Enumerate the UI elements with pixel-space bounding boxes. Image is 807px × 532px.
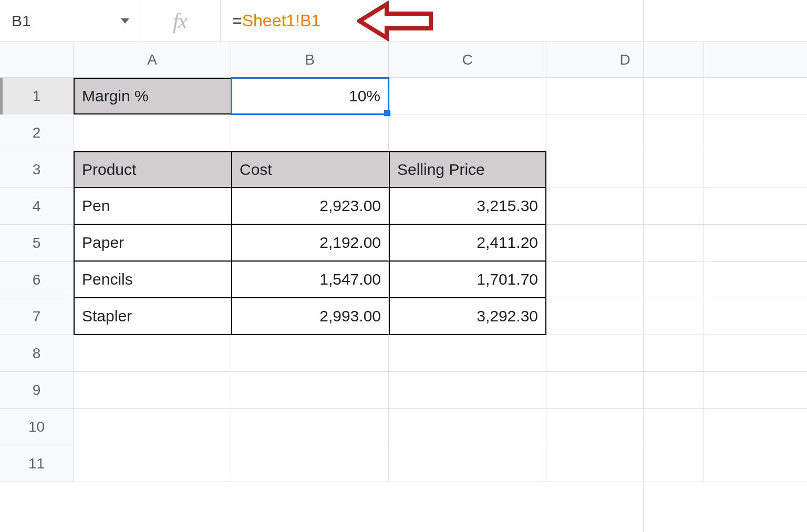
cell-A5[interactable]: Paper — [74, 225, 231, 262]
name-box[interactable]: B1 — [0, 0, 139, 41]
cell-E10[interactable] — [704, 409, 807, 445]
cell-E1[interactable] — [704, 78, 807, 114]
cell-A11[interactable] — [74, 445, 231, 482]
cell-D6[interactable] — [546, 262, 704, 298]
row-label: 9 — [33, 382, 41, 399]
cell-B5[interactable]: 2,192.00 — [231, 225, 389, 262]
cell-E8[interactable] — [704, 335, 807, 372]
cell-A7[interactable]: Stapler — [74, 298, 231, 335]
dropdown-icon[interactable] — [121, 18, 129, 24]
formula-reference: Sheet1!B1 — [242, 11, 320, 30]
row-header-6[interactable]: 6 — [0, 262, 74, 298]
cell-A6[interactable]: Pencils — [74, 262, 231, 298]
row-header-11[interactable]: 11 — [0, 445, 74, 482]
row-label: 7 — [33, 308, 41, 325]
row-label: 10 — [28, 419, 45, 435]
right-crop-edge — [643, 0, 644, 532]
row-header-9[interactable]: 9 — [0, 372, 74, 409]
cell-C9[interactable] — [389, 372, 546, 409]
column-header-B[interactable]: B — [231, 42, 389, 78]
column-header-A[interactable]: A — [74, 42, 231, 78]
row-1-active-indicator — [0, 78, 3, 114]
cell-D4[interactable] — [546, 188, 704, 225]
cell-B11[interactable] — [231, 445, 389, 482]
cell-A8[interactable] — [74, 335, 231, 372]
cell-A3[interactable]: Product — [74, 151, 231, 188]
cell-D5[interactable] — [546, 225, 704, 262]
cell-D10[interactable] — [546, 409, 704, 445]
cell-B7[interactable]: 2,993.00 — [231, 298, 389, 335]
cell-C3[interactable]: Selling Price — [389, 151, 546, 188]
cell-C8[interactable] — [389, 335, 546, 372]
column-header-C[interactable]: C — [389, 42, 546, 78]
cell-A1[interactable]: Margin % — [74, 78, 231, 114]
cell-B8[interactable] — [231, 335, 389, 372]
cell-B6[interactable]: 1,547.00 — [231, 262, 389, 298]
cell-C1[interactable] — [389, 78, 546, 114]
row-label: 11 — [28, 455, 45, 472]
cell-C4[interactable]: 3,215.30 — [389, 188, 546, 225]
cell-C11[interactable] — [389, 445, 546, 482]
cell-D7[interactable] — [546, 298, 704, 335]
cell-E3[interactable] — [704, 151, 807, 188]
column-label: B — [305, 51, 315, 68]
spreadsheet-grid[interactable]: A B C D 1 Margin % 10% 2 3 Product Cost … — [0, 42, 807, 482]
cell-B2[interactable] — [231, 114, 389, 151]
cell-value: 3,292.30 — [477, 307, 538, 325]
row-label: 1 — [33, 88, 41, 105]
cell-A9[interactable] — [74, 372, 231, 409]
cell-E5[interactable] — [704, 225, 807, 262]
row-header-4[interactable]: 4 — [0, 188, 74, 225]
column-label: C — [462, 51, 472, 68]
formula-bar: B1 fx =Sheet1!B1 — [0, 0, 807, 42]
cell-D1[interactable] — [546, 78, 704, 114]
row-header-2[interactable]: 2 — [0, 114, 74, 151]
cell-B1[interactable]: 10% — [231, 78, 389, 114]
row-header-7[interactable]: 7 — [0, 298, 74, 335]
cell-C7[interactable]: 3,292.30 — [389, 298, 546, 335]
cell-value: Pencils — [82, 270, 133, 288]
cell-D2[interactable] — [546, 114, 704, 151]
cell-B4[interactable]: 2,923.00 — [231, 188, 389, 225]
cell-value: 1,547.00 — [319, 270, 381, 288]
cell-value: Stapler — [82, 307, 132, 325]
cell-E6[interactable] — [704, 262, 807, 298]
cell-C5[interactable]: 2,411.20 — [389, 225, 546, 262]
row-header-10[interactable]: 10 — [0, 409, 74, 445]
cell-B3[interactable]: Cost — [231, 151, 389, 188]
row-header-1[interactable]: 1 — [0, 78, 74, 114]
cell-B10[interactable] — [231, 409, 389, 445]
cell-E2[interactable] — [704, 114, 807, 151]
row-header-3[interactable]: 3 — [0, 151, 74, 188]
cell-E4[interactable] — [704, 188, 807, 225]
cell-D8[interactable] — [546, 335, 704, 372]
cell-D3[interactable] — [546, 151, 704, 188]
cell-D9[interactable] — [546, 372, 704, 409]
cell-A2[interactable] — [74, 114, 231, 151]
row-label: 6 — [33, 272, 41, 288]
column-header-D[interactable]: D — [546, 42, 704, 78]
formula-equals: = — [232, 11, 242, 30]
cell-A10[interactable] — [74, 409, 231, 445]
row-label: 3 — [33, 161, 41, 178]
cell-E9[interactable] — [704, 372, 807, 409]
row-header-8[interactable]: 8 — [0, 335, 74, 372]
cell-value: 1,701.70 — [477, 270, 538, 288]
cell-A4[interactable]: Pen — [74, 188, 231, 225]
cell-C2[interactable] — [389, 114, 546, 151]
column-header-blank[interactable] — [704, 42, 807, 78]
select-all-corner[interactable] — [0, 42, 74, 78]
fx-button[interactable]: fx — [139, 0, 221, 41]
formula-input[interactable]: =Sheet1!B1 — [221, 0, 807, 41]
name-box-value: B1 — [12, 12, 31, 30]
cell-B9[interactable] — [231, 372, 389, 409]
cell-E7[interactable] — [704, 298, 807, 335]
cell-E11[interactable] — [704, 445, 807, 482]
cell-D11[interactable] — [546, 445, 704, 482]
row-header-5[interactable]: 5 — [0, 225, 74, 262]
cell-value: Selling Price — [397, 161, 485, 179]
row-label: 4 — [33, 198, 41, 215]
cell-C6[interactable]: 1,701.70 — [389, 262, 546, 298]
fill-handle[interactable] — [384, 110, 390, 116]
cell-C10[interactable] — [389, 409, 546, 445]
